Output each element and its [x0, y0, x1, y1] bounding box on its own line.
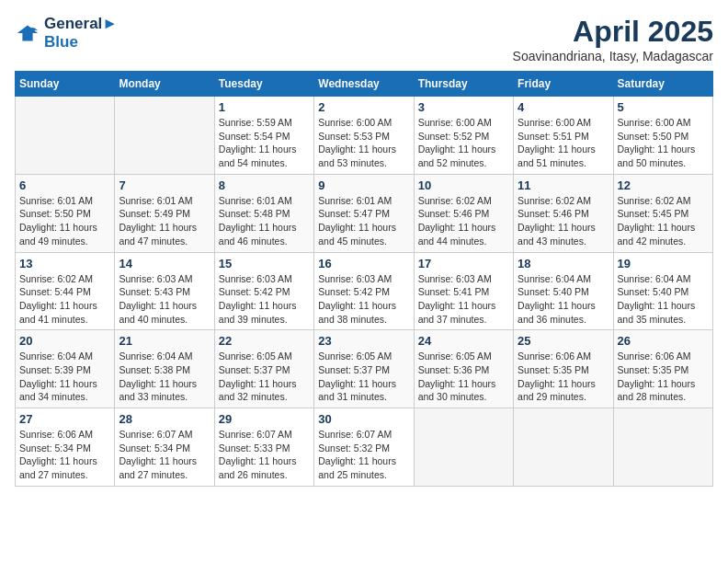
calendar-cell: 19Sunrise: 6:04 AM Sunset: 5:40 PM Dayli…: [613, 252, 712, 330]
day-info: Sunrise: 6:05 AM Sunset: 5:36 PM Dayligh…: [418, 350, 509, 404]
day-number: 22: [219, 334, 310, 348]
svg-marker-0: [17, 26, 38, 41]
day-number: 27: [19, 412, 110, 426]
calendar-cell: 15Sunrise: 6:03 AM Sunset: 5:42 PM Dayli…: [214, 252, 313, 330]
day-number: 30: [318, 412, 409, 426]
day-number: 23: [318, 334, 409, 348]
day-info: Sunrise: 5:59 AM Sunset: 5:54 PM Dayligh…: [219, 116, 310, 170]
calendar-cell: 13Sunrise: 6:02 AM Sunset: 5:44 PM Dayli…: [16, 252, 115, 330]
day-info: Sunrise: 6:00 AM Sunset: 5:50 PM Dayligh…: [618, 116, 709, 170]
day-info: Sunrise: 6:03 AM Sunset: 5:41 PM Dayligh…: [418, 272, 509, 327]
calendar-cell: 10Sunrise: 6:02 AM Sunset: 5:46 PM Dayli…: [414, 174, 513, 252]
calendar-cell: 24Sunrise: 6:05 AM Sunset: 5:36 PM Dayli…: [414, 330, 513, 408]
day-number: 7: [119, 178, 210, 192]
day-info: Sunrise: 6:01 AM Sunset: 5:47 PM Dayligh…: [318, 194, 409, 248]
calendar-cell: 29Sunrise: 6:07 AM Sunset: 5:33 PM Dayli…: [214, 408, 313, 487]
day-number: 16: [318, 257, 409, 270]
day-number: 25: [518, 334, 609, 348]
calendar-cell: 11Sunrise: 6:02 AM Sunset: 5:46 PM Dayli…: [514, 174, 613, 252]
calendar-cell: [115, 97, 214, 175]
calendar-cell: 5Sunrise: 6:00 AM Sunset: 5:50 PM Daylig…: [613, 97, 712, 175]
day-info: Sunrise: 6:06 AM Sunset: 5:35 PM Dayligh…: [518, 350, 609, 404]
calendar-cell: 25Sunrise: 6:06 AM Sunset: 5:35 PM Dayli…: [514, 330, 613, 408]
day-number: 14: [119, 257, 210, 270]
calendar-cell: 7Sunrise: 6:01 AM Sunset: 5:49 PM Daylig…: [115, 174, 214, 252]
day-number: 17: [418, 257, 509, 270]
calendar-cell: 21Sunrise: 6:04 AM Sunset: 5:38 PM Dayli…: [115, 330, 214, 408]
calendar-cell: 18Sunrise: 6:04 AM Sunset: 5:40 PM Dayli…: [514, 252, 613, 330]
calendar-cell: [16, 97, 115, 175]
day-number: 8: [219, 178, 310, 192]
day-number: 12: [618, 178, 709, 192]
calendar-cell: 30Sunrise: 6:07 AM Sunset: 5:32 PM Dayli…: [314, 408, 414, 487]
day-number: 9: [318, 178, 409, 192]
calendar-cell: 17Sunrise: 6:03 AM Sunset: 5:41 PM Dayli…: [414, 252, 513, 330]
day-number: 18: [518, 257, 609, 270]
day-info: Sunrise: 6:04 AM Sunset: 5:40 PM Dayligh…: [618, 272, 709, 327]
calendar-cell: 20Sunrise: 6:04 AM Sunset: 5:39 PM Dayli…: [16, 330, 115, 408]
day-number: 26: [618, 334, 709, 348]
calendar-week-row: 20Sunrise: 6:04 AM Sunset: 5:39 PM Dayli…: [16, 330, 713, 408]
calendar-week-row: 6Sunrise: 6:01 AM Sunset: 5:50 PM Daylig…: [16, 174, 713, 252]
day-number: 11: [518, 178, 609, 192]
day-number: 15: [219, 257, 310, 270]
day-info: Sunrise: 6:00 AM Sunset: 5:52 PM Dayligh…: [418, 116, 509, 170]
calendar-cell: 22Sunrise: 6:05 AM Sunset: 5:37 PM Dayli…: [214, 330, 313, 408]
day-info: Sunrise: 6:03 AM Sunset: 5:42 PM Dayligh…: [219, 272, 310, 327]
day-info: Sunrise: 6:00 AM Sunset: 5:51 PM Dayligh…: [518, 116, 609, 170]
calendar-cell: 26Sunrise: 6:06 AM Sunset: 5:35 PM Dayli…: [613, 330, 712, 408]
day-number: 2: [318, 100, 409, 114]
column-header-thursday: Thursday: [414, 72, 513, 97]
calendar-cell: 6Sunrise: 6:01 AM Sunset: 5:50 PM Daylig…: [16, 174, 115, 252]
day-info: Sunrise: 6:07 AM Sunset: 5:32 PM Dayligh…: [318, 428, 409, 482]
day-info: Sunrise: 6:02 AM Sunset: 5:46 PM Dayligh…: [418, 194, 509, 248]
calendar-cell: 28Sunrise: 6:07 AM Sunset: 5:34 PM Dayli…: [115, 408, 214, 487]
day-info: Sunrise: 6:06 AM Sunset: 5:34 PM Dayligh…: [19, 428, 110, 482]
calendar-week-row: 1Sunrise: 5:59 AM Sunset: 5:54 PM Daylig…: [16, 97, 713, 175]
day-info: Sunrise: 6:03 AM Sunset: 5:43 PM Dayligh…: [119, 272, 210, 327]
column-header-tuesday: Tuesday: [214, 72, 313, 97]
day-number: 10: [418, 178, 509, 192]
calendar-cell: 14Sunrise: 6:03 AM Sunset: 5:43 PM Dayli…: [115, 252, 214, 330]
day-number: 4: [518, 100, 609, 114]
calendar-table: SundayMondayTuesdayWednesdayThursdayFrid…: [15, 71, 713, 487]
column-header-wednesday: Wednesday: [314, 72, 414, 97]
day-info: Sunrise: 6:05 AM Sunset: 5:37 PM Dayligh…: [318, 350, 409, 404]
title-block: April 2025 Soavinandriana, Itasy, Madaga…: [513, 15, 713, 63]
day-info: Sunrise: 6:04 AM Sunset: 5:39 PM Dayligh…: [19, 350, 110, 404]
calendar-cell: [414, 408, 513, 487]
day-info: Sunrise: 6:01 AM Sunset: 5:50 PM Dayligh…: [19, 194, 110, 248]
page-header: General► Blue April 2025 Soavinandriana,…: [15, 15, 713, 63]
day-number: 21: [119, 334, 210, 348]
calendar-cell: 16Sunrise: 6:03 AM Sunset: 5:42 PM Dayli…: [314, 252, 414, 330]
calendar-cell: 4Sunrise: 6:00 AM Sunset: 5:51 PM Daylig…: [514, 97, 613, 175]
calendar-cell: 3Sunrise: 6:00 AM Sunset: 5:52 PM Daylig…: [414, 97, 513, 175]
day-info: Sunrise: 6:02 AM Sunset: 5:46 PM Dayligh…: [518, 194, 609, 248]
logo-text: General► Blue: [44, 15, 118, 52]
location-subtitle: Soavinandriana, Itasy, Madagascar: [513, 49, 713, 63]
day-number: 19: [618, 257, 709, 270]
day-info: Sunrise: 6:02 AM Sunset: 5:44 PM Dayligh…: [19, 272, 110, 327]
day-number: 6: [19, 178, 110, 192]
logo: General► Blue: [15, 15, 118, 52]
day-number: 3: [418, 100, 509, 114]
month-title: April 2025: [513, 15, 713, 49]
day-number: 20: [19, 334, 110, 348]
calendar-cell: 1Sunrise: 5:59 AM Sunset: 5:54 PM Daylig…: [214, 97, 313, 175]
column-header-monday: Monday: [115, 72, 214, 97]
calendar-cell: 27Sunrise: 6:06 AM Sunset: 5:34 PM Dayli…: [16, 408, 115, 487]
day-info: Sunrise: 6:01 AM Sunset: 5:49 PM Dayligh…: [119, 194, 210, 248]
calendar-cell: [613, 408, 712, 487]
logo-icon: [15, 20, 40, 46]
calendar-cell: 23Sunrise: 6:05 AM Sunset: 5:37 PM Dayli…: [314, 330, 414, 408]
day-info: Sunrise: 6:07 AM Sunset: 5:33 PM Dayligh…: [219, 428, 310, 482]
day-info: Sunrise: 6:05 AM Sunset: 5:37 PM Dayligh…: [219, 350, 310, 404]
day-number: 13: [19, 257, 110, 270]
calendar-week-row: 27Sunrise: 6:06 AM Sunset: 5:34 PM Dayli…: [16, 408, 713, 487]
calendar-week-row: 13Sunrise: 6:02 AM Sunset: 5:44 PM Dayli…: [16, 252, 713, 330]
day-info: Sunrise: 6:07 AM Sunset: 5:34 PM Dayligh…: [119, 428, 210, 482]
day-info: Sunrise: 6:04 AM Sunset: 5:38 PM Dayligh…: [119, 350, 210, 404]
calendar-cell: [514, 408, 613, 487]
calendar-cell: 8Sunrise: 6:01 AM Sunset: 5:48 PM Daylig…: [214, 174, 313, 252]
day-number: 1: [219, 100, 310, 114]
